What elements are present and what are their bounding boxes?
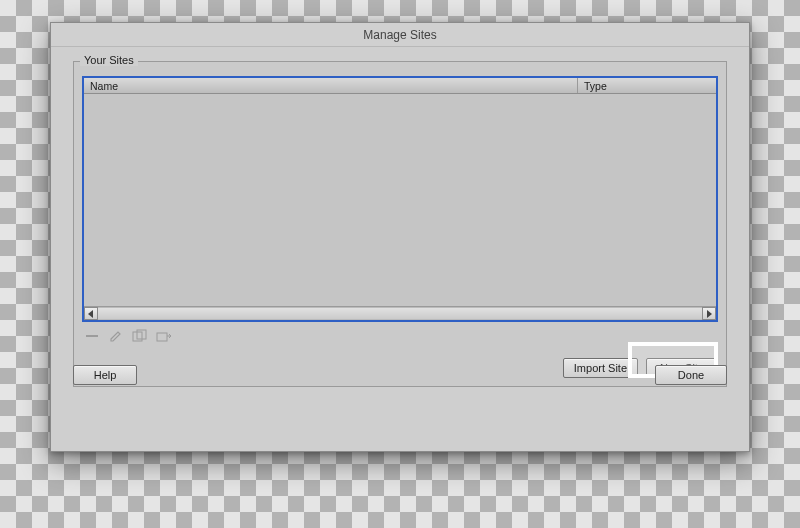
manage-sites-dialog: Manage Sites Your Sites Name Type	[50, 22, 750, 452]
scroll-track[interactable]	[98, 307, 702, 320]
svg-marker-0	[88, 310, 93, 318]
table-header: Name Type	[84, 78, 716, 94]
help-button[interactable]: Help	[73, 365, 137, 385]
your-sites-group: Your Sites Name Type	[73, 61, 727, 387]
column-header-name[interactable]: Name	[84, 78, 578, 93]
dialog-footer: Help Done	[73, 365, 727, 385]
duplicate-icon[interactable]	[132, 329, 148, 343]
column-header-type[interactable]: Type	[578, 78, 716, 93]
sites-table[interactable]: Name Type	[82, 76, 718, 322]
svg-rect-2	[86, 335, 98, 337]
dialog-content: Your Sites Name Type	[51, 47, 749, 399]
delete-icon[interactable]	[84, 329, 100, 343]
done-button[interactable]: Done	[655, 365, 727, 385]
group-label: Your Sites	[80, 54, 138, 66]
horizontal-scrollbar[interactable]	[84, 306, 716, 320]
edit-icon[interactable]	[108, 329, 124, 343]
table-body[interactable]	[84, 94, 716, 306]
sites-toolbar	[82, 328, 718, 344]
dialog-title: Manage Sites	[51, 23, 749, 47]
scroll-right-button[interactable]	[702, 307, 716, 320]
scroll-left-button[interactable]	[84, 307, 98, 320]
svg-rect-5	[157, 333, 167, 341]
export-icon[interactable]	[156, 329, 172, 343]
svg-marker-1	[707, 310, 712, 318]
